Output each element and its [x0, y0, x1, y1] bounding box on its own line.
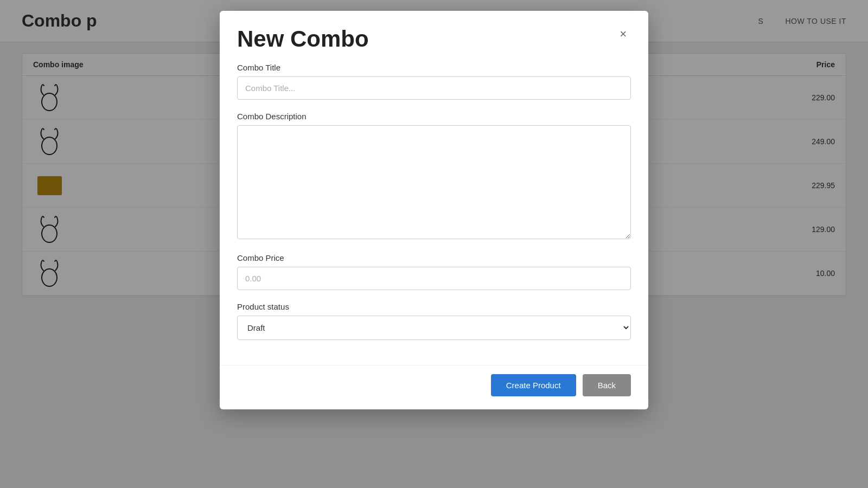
combo-title-input[interactable]	[237, 76, 631, 100]
product-status-label: Product status	[237, 302, 631, 311]
product-status-group: Product status Draft Active Archived	[237, 302, 631, 340]
modal-footer: Create Product Back	[220, 365, 648, 409]
back-button[interactable]: Back	[583, 374, 631, 396]
combo-description-textarea[interactable]	[237, 125, 631, 239]
combo-description-label: Combo Description	[237, 112, 631, 121]
combo-price-input[interactable]	[237, 267, 631, 290]
close-button[interactable]: ×	[615, 26, 631, 42]
combo-description-group: Combo Description	[237, 112, 631, 241]
modal-title: New Combo	[237, 26, 369, 52]
modal-header: New Combo ×	[220, 11, 648, 57]
modal-overlay: New Combo × Combo Title Combo Descriptio…	[0, 0, 868, 488]
combo-title-group: Combo Title	[237, 63, 631, 100]
combo-title-label: Combo Title	[237, 63, 631, 72]
product-status-select[interactable]: Draft Active Archived	[237, 316, 631, 340]
modal-body: Combo Title Combo Description Combo Pric…	[220, 57, 648, 365]
new-combo-modal: New Combo × Combo Title Combo Descriptio…	[220, 11, 648, 409]
combo-price-label: Combo Price	[237, 253, 631, 262]
combo-price-group: Combo Price	[237, 253, 631, 290]
create-product-button[interactable]: Create Product	[491, 374, 576, 396]
